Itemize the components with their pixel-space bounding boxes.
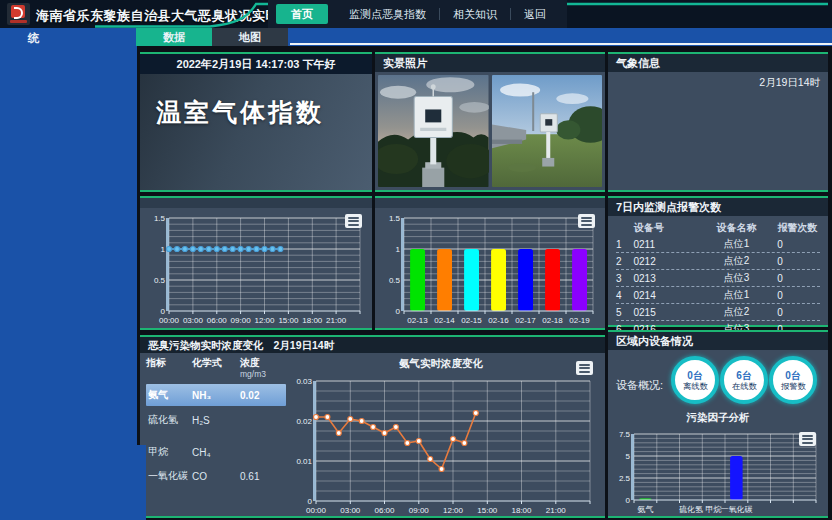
svg-text:甲烷: 甲烷	[706, 505, 722, 514]
svg-text:0.01: 0.01	[296, 457, 312, 466]
svg-text:15:00: 15:00	[477, 506, 498, 515]
device-status-panel: 区域内设备情况 设备概况: 0台 离线数 6台 在线数 0台 报警数 污染因子分…	[608, 330, 828, 518]
ammonia-concentration-chart: 00:0003:0006:0009:0012:0015:0018:0021:00…	[286, 373, 598, 515]
svg-text:02-17: 02-17	[515, 316, 536, 325]
table-cell: 0214	[633, 290, 695, 301]
nav-item-odor-index[interactable]: 监测点恶臭指数	[336, 5, 439, 23]
svg-text:1: 1	[396, 245, 401, 254]
svg-text:21:00: 21:00	[326, 316, 347, 325]
svg-text:0.02: 0.02	[296, 417, 312, 426]
table-cell: 0	[777, 290, 820, 301]
daily-index-panel: 02-1302-1402-1502-1602-1702-1802-1900.51…	[375, 196, 605, 330]
svg-text:7.5: 7.5	[619, 430, 631, 439]
main-nav: 首页 监测点恶臭指数 相关知识 返回	[268, 0, 567, 28]
datetime-header: 2022年2月19日 14:17:03 下午好	[140, 54, 372, 74]
table-row: 10211点位10	[616, 236, 820, 253]
odor-panel-title: 恶臭污染物实时浓度变化	[148, 337, 264, 353]
table-cell: 0.61	[240, 471, 282, 482]
page-title: 温室气体指数	[156, 96, 324, 129]
ammonia-chart-title: 氨气实时浓度变化	[286, 357, 596, 371]
alarm-table-body: 10211点位1020212点位2030213点位3040214点位105021…	[616, 236, 820, 338]
svg-text:02-15: 02-15	[461, 316, 482, 325]
alarm-count-panel: 7日内监测点报警次数 设备号 设备名称 报警次数 10211点位1020212点…	[608, 196, 828, 327]
table-cell: 点位2	[696, 305, 778, 319]
svg-text:18:00: 18:00	[511, 506, 532, 515]
greeting-body: 温室气体指数	[140, 74, 372, 190]
pollutant-row: 一氧化碳CO0.61	[146, 466, 286, 486]
pollution-analysis-title: 污染因子分析	[608, 411, 828, 425]
svg-text:02-16: 02-16	[488, 316, 509, 325]
svg-text:0.03: 0.03	[296, 377, 312, 386]
app-logo-icon	[7, 3, 30, 25]
photos-panel-title: 实景照片	[375, 54, 605, 72]
chart-menu-icon[interactable]	[799, 432, 816, 446]
table-cell: 0	[777, 273, 820, 284]
offline-count-value: 0台	[687, 370, 703, 381]
pollutant-table-body: 氨气NH₃0.02硫化氢H₂S甲烷CH₄一氧化碳CO0.61	[146, 384, 286, 486]
svg-text:0: 0	[626, 496, 631, 505]
svg-text:1.5: 1.5	[154, 214, 166, 223]
chart-menu-icon[interactable]	[578, 214, 595, 228]
table-cell: 4	[616, 290, 633, 301]
online-count-badge: 6台 在线数	[720, 356, 768, 404]
table-row: 20212点位20	[616, 253, 820, 270]
online-count-label: 在线数	[732, 381, 757, 390]
svg-text:0.5: 0.5	[154, 276, 166, 285]
table-cell: 一氧化碳	[146, 469, 192, 483]
site-photo-2	[492, 75, 603, 187]
offline-count-badge: 0台 离线数	[671, 356, 719, 404]
table-cell: NH₃	[192, 390, 240, 401]
pollutant-table: 指标 化学式 浓度 mg/m3 氨气NH₃0.02硫化氢H₂S甲烷CH₄一氧化碳…	[146, 357, 286, 486]
pollution-factor-chart: 氨气硫化氢甲烷一氧化碳02.557.5	[612, 426, 824, 514]
svg-text:1.5: 1.5	[389, 214, 401, 223]
weather-panel-title: 气象信息	[608, 54, 828, 72]
column-concentration: 浓度 mg/m3	[240, 357, 282, 380]
greenhouse-index-chart: 00:0003:0006:0009:0012:0015:0018:0021:00…	[144, 210, 368, 325]
chart-menu-icon[interactable]	[576, 361, 593, 375]
svg-text:0.5: 0.5	[389, 276, 401, 285]
greeting-panel: 2022年2月19日 14:17:03 下午好 温室气体指数	[140, 52, 372, 192]
odor-concentration-panel: 恶臭污染物实时浓度变化 2月19日14时 指标 化学式 浓度 mg/m3 氨气N…	[140, 335, 605, 518]
table-cell: 0	[777, 307, 820, 318]
weather-timestamp: 2月19日14时	[759, 76, 820, 90]
svg-text:02-18: 02-18	[542, 316, 563, 325]
column-indicator: 指标	[146, 357, 192, 380]
tab-map[interactable]: 地图	[212, 28, 288, 46]
table-cell: 0215	[633, 307, 695, 318]
dashboard-page: 海南省乐东黎族自治县大气恶臭状况实时发布系 首页 监测点恶臭指数 相关知识 返回…	[0, 0, 832, 520]
table-cell: H₂S	[192, 415, 240, 426]
pollutant-row: 甲烷CH₄	[146, 442, 286, 462]
table-cell: 0213	[633, 273, 695, 284]
alarm-count-badge: 0台 报警数	[769, 356, 817, 404]
nav-item-home[interactable]: 首页	[276, 4, 328, 24]
svg-text:02-14: 02-14	[434, 316, 455, 325]
svg-text:02-19: 02-19	[569, 316, 590, 325]
svg-text:硫化氢: 硫化氢	[679, 505, 703, 514]
svg-text:02-13: 02-13	[407, 316, 428, 325]
odor-panel-header: 恶臭污染物实时浓度变化 2月19日14时	[140, 337, 605, 353]
nav-item-back[interactable]: 返回	[511, 5, 559, 23]
site-photo-1	[378, 75, 489, 187]
svg-text:0: 0	[396, 307, 401, 316]
svg-text:0: 0	[308, 497, 313, 506]
svg-text:06:00: 06:00	[207, 316, 228, 325]
weather-body: 2月19日14时	[608, 72, 828, 190]
pollutant-row: 氨气NH₃0.02	[146, 384, 286, 406]
svg-text:0: 0	[161, 307, 166, 316]
chart-menu-icon[interactable]	[345, 214, 362, 228]
table-cell: CH₄	[192, 447, 240, 458]
table-header-row: 指标 化学式 浓度 mg/m3	[146, 357, 286, 380]
svg-text:09:00: 09:00	[409, 506, 430, 515]
table-cell: 氨气	[146, 388, 192, 402]
nav-item-knowledge[interactable]: 相关知识	[440, 5, 510, 23]
svg-text:氨气: 氨气	[637, 505, 653, 514]
table-cell: 1	[616, 239, 633, 250]
svg-text:21:00: 21:00	[546, 506, 567, 515]
table-header-row: 设备号 设备名称 报警次数	[616, 219, 820, 236]
svg-text:18:00: 18:00	[302, 316, 323, 325]
tab-strip: 数据 地图	[0, 28, 832, 46]
greenhouse-index-panel: 00:0003:0006:0009:0012:0015:0018:0021:00…	[140, 196, 372, 330]
table-cell: 点位1	[696, 288, 778, 302]
table-cell: 0	[777, 239, 820, 250]
tab-data[interactable]: 数据	[136, 28, 212, 46]
